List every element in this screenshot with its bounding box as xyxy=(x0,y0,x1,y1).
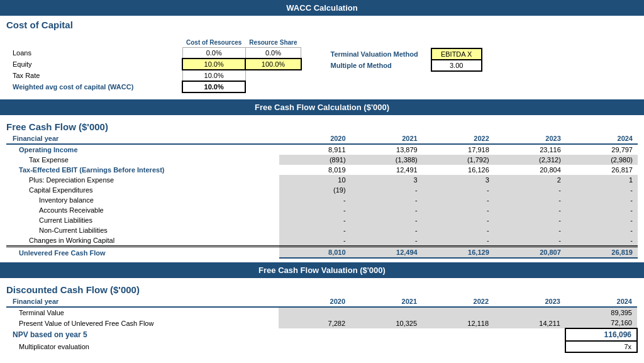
fcf-cell-5-2: - xyxy=(423,185,494,195)
fcf-cell-7-2: - xyxy=(423,205,494,215)
fcf-cell-0-4: 2024 xyxy=(566,133,638,144)
dcf-row-3: NPV based on year 5116,096 xyxy=(6,328,637,341)
dcf-cell-2-0: 7,282 xyxy=(279,318,350,328)
dcf-cell-1-1 xyxy=(350,307,422,318)
dcf-cell-2-4: 72,160 xyxy=(565,318,637,328)
fcf-cell-1-1: 13,879 xyxy=(351,144,423,155)
fcf-row-7: Accounts Receivable----- xyxy=(6,205,638,215)
wacc-cost[interactable]: 10.0% xyxy=(182,81,245,92)
fcf-row-3: Tax-Effected EBIT (Earnings Before Inter… xyxy=(6,165,638,175)
fcf-cell-5-0: (19) xyxy=(279,185,351,195)
fcf-cell-9-1: - xyxy=(351,225,423,235)
fcf-cell-10-3: - xyxy=(494,235,566,247)
dcf-label-2: Present Value of Unlevered Free Cash Flo… xyxy=(6,318,279,328)
fcf-cell-8-0: - xyxy=(279,215,351,225)
fcf-row-0: Financial year20202021202220232024 xyxy=(6,133,638,144)
dcf-cell-4-4: 7x xyxy=(565,341,637,352)
tax-rate-row: Tax Rate 10.0% xyxy=(6,70,301,81)
fcf-cell-6-3: - xyxy=(494,195,566,205)
fcf-cell-10-4: - xyxy=(566,235,638,247)
fcf-cell-11-3: 20,807 xyxy=(494,247,566,259)
fcf-label-9: Non-Current Liabilities xyxy=(6,225,279,235)
dcf-cell-1-2 xyxy=(422,307,494,318)
fcf-table: Financial year20202021202220232024Operat… xyxy=(6,133,638,259)
dcf-row-2: Present Value of Unlevered Free Cash Flo… xyxy=(6,318,637,328)
dcf-cell-0-0: 2020 xyxy=(279,296,350,307)
fcf-row-9: Non-Current Liabilities----- xyxy=(6,225,638,235)
loans-cost[interactable]: 0.0% xyxy=(182,48,245,59)
fcf-row-2: Tax Expense(891)(1,388)(1,792)(2,312)(2,… xyxy=(6,155,638,165)
fcf-cell-10-2: - xyxy=(423,235,494,247)
fcf-cell-0-1: 2021 xyxy=(351,133,423,144)
fcf-cell-1-2: 17,918 xyxy=(423,144,494,155)
terminal-valuation-value[interactable]: EBITDA X xyxy=(431,48,482,60)
fcf-cell-11-2: 16,129 xyxy=(423,247,494,259)
wacc-table: Cost of Resources Resource Share Loans 0… xyxy=(6,38,302,93)
fcf-cell-5-4: - xyxy=(566,185,638,195)
fcf-cell-7-4: - xyxy=(566,205,638,215)
fcf-cell-8-1: - xyxy=(351,215,423,225)
fcf-cell-11-1: 12,494 xyxy=(351,247,423,259)
dcf-cell-0-3: 2023 xyxy=(494,296,565,307)
dcf-row-4: Multiplicator evaluation7x xyxy=(6,341,637,352)
tax-rate-label: Tax Rate xyxy=(6,70,182,81)
dcf-cell-0-4: 2024 xyxy=(565,296,637,307)
fcf-cell-2-1: (1,388) xyxy=(351,155,423,165)
dcf-row-1: Terminal Value89,395 xyxy=(6,307,637,318)
loans-share[interactable]: 0.0% xyxy=(245,48,301,59)
fcf-cell-8-4: - xyxy=(566,215,638,225)
dcf-cell-1-4: 89,395 xyxy=(565,307,637,318)
wacc-header: WACC Calculation xyxy=(0,0,644,16)
fcf-row-1: Operating Income8,91113,87917,91823,1162… xyxy=(6,144,638,155)
dcf-cell-3-0 xyxy=(279,328,350,341)
fcf-row-10: Changes in Working Capital----- xyxy=(6,235,638,247)
fcf-cell-2-0: (891) xyxy=(279,155,351,165)
fcf-cell-6-0: - xyxy=(279,195,351,205)
dcf-label-4: Multiplicator evaluation xyxy=(6,341,279,352)
fcf-label-7: Accounts Receivable xyxy=(6,205,279,215)
fcf-cell-0-0: 2020 xyxy=(279,133,351,144)
fcf-cell-9-2: - xyxy=(423,225,494,235)
dcf-cell-4-3 xyxy=(494,341,565,352)
fcf-cell-9-3: - xyxy=(494,225,566,235)
dcf-cell-4-1 xyxy=(350,341,422,352)
fcf-cell-4-0: 10 xyxy=(279,175,351,185)
fcf-cell-6-4: - xyxy=(566,195,638,205)
dcf-cell-3-2 xyxy=(422,328,494,341)
fcf-cell-1-4: 29,797 xyxy=(566,144,638,155)
terminal-valuation-row: Terminal Valuation Method EBITDA X xyxy=(327,48,482,60)
fcf-label-1: Operating Income xyxy=(6,144,279,155)
fcf-cell-3-1: 12,491 xyxy=(351,165,423,175)
fcf-cell-7-0: - xyxy=(279,205,351,215)
wacc-right-panel: Terminal Valuation Method EBITDA X Multi… xyxy=(302,48,638,72)
dcf-table: Financial year20202021202220232024Termin… xyxy=(6,296,638,353)
dcf-cell-0-1: 2021 xyxy=(350,296,422,307)
tax-rate-cost[interactable]: 10.0% xyxy=(182,70,245,81)
fcf-cell-2-2: (1,792) xyxy=(423,155,494,165)
dcf-cell-4-2 xyxy=(422,341,494,352)
fcf-cell-4-1: 3 xyxy=(351,175,423,185)
wacc-left-panel: Cost of Resources Resource Share Loans 0… xyxy=(6,35,302,93)
fcf-cell-3-4: 26,817 xyxy=(566,165,638,175)
wacc-label: Weighted avg cost of capital (WACC) xyxy=(6,81,182,92)
multiple-method-value[interactable]: 3.00 xyxy=(431,60,482,71)
fcf-label-10: Changes in Working Capital xyxy=(6,235,279,247)
loans-row: Loans 0.0% 0.0% xyxy=(6,48,301,59)
equity-cost[interactable]: 10.0% xyxy=(182,59,245,70)
fcf-row-6: Inventory balance----- xyxy=(6,195,638,205)
fcf-row-4: Plus: Depreciation Expense103321 xyxy=(6,175,638,185)
fcf-label-2: Tax Expense xyxy=(6,155,279,165)
fcf-cell-2-4: (2,980) xyxy=(566,155,638,165)
fcf-row-5: Capital Expenditures(19)---- xyxy=(6,185,638,195)
loans-label: Loans xyxy=(6,48,182,59)
fcf-cell-9-0: - xyxy=(279,225,351,235)
fcf-cell-6-2: - xyxy=(423,195,494,205)
fcf-cell-1-0: 8,911 xyxy=(279,144,351,155)
dcf-cell-3-3 xyxy=(494,328,565,341)
fcf-cell-3-3: 20,804 xyxy=(494,165,566,175)
dcf-cell-2-2: 12,118 xyxy=(422,318,494,328)
fcf-cell-3-2: 16,126 xyxy=(423,165,494,175)
dcf-cell-1-0 xyxy=(279,307,350,318)
dcf-cell-3-1 xyxy=(350,328,422,341)
equity-share[interactable]: 100.0% xyxy=(245,59,301,70)
